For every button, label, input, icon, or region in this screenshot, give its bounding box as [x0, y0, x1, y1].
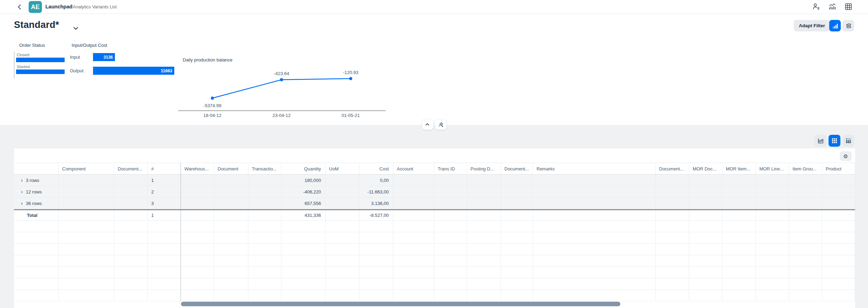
table-row[interactable]: ›3 rows1180,0000,00 [14, 175, 855, 186]
column-header[interactable]: MOR Item... [722, 163, 756, 175]
column-header[interactable]: Cost [359, 163, 393, 175]
order-status-bar[interactable] [16, 69, 65, 74]
table-settings-gear-icon[interactable]: ⚙ [840, 151, 852, 161]
expand-chevron-icon[interactable]: › [21, 200, 23, 206]
unpin-header-button[interactable] [435, 119, 447, 130]
table-cell [689, 232, 722, 244]
table-cell: 1 [148, 175, 181, 186]
column-header[interactable]: Posting D... [467, 163, 501, 175]
column-header[interactable]: # [148, 163, 181, 175]
table-cell [114, 175, 148, 186]
column-header[interactable]: Product [822, 163, 855, 175]
io-cost-category-label: Input [70, 54, 93, 60]
adapt-filter-button[interactable]: Adapt Filter [794, 20, 830, 31]
expand-chevron-icon[interactable]: › [21, 177, 23, 183]
table-cell [393, 244, 434, 255]
table-cell [467, 232, 501, 244]
table-cell [822, 221, 855, 232]
table-cell [467, 255, 501, 267]
table-cell [501, 290, 533, 301]
x-axis-tick-label: 23-04-12 [272, 113, 291, 118]
table-cell [789, 186, 822, 198]
collapse-header-button[interactable] [422, 119, 433, 130]
table-cell: 3 [148, 198, 181, 209]
table-cell [467, 278, 501, 290]
table-cell [282, 221, 326, 232]
order-status-bar[interactable] [16, 58, 65, 62]
column-header[interactable]: Item Grou... [789, 163, 822, 175]
table-cell [248, 186, 282, 198]
column-header[interactable]: MOR Doc... [689, 163, 722, 175]
table-view-button[interactable] [829, 135, 840, 147]
table-cell [756, 198, 789, 209]
column-header[interactable]: Component [59, 163, 114, 175]
filter-bar-toggle-button[interactable] [843, 20, 854, 31]
table-cell [282, 267, 326, 278]
column-header[interactable]: Warehous... [181, 163, 214, 175]
column-header[interactable]: Account [393, 163, 434, 175]
table-cell [822, 244, 855, 255]
table-cell [789, 210, 822, 221]
table-cell [434, 186, 467, 198]
table-cell [326, 210, 359, 221]
column-header[interactable]: Transactio... [248, 163, 282, 175]
table-cell [114, 267, 148, 278]
table-row[interactable]: ›36 rows3657,5563.136,00 [14, 198, 855, 209]
data-point[interactable] [280, 78, 283, 81]
io-cost-bar[interactable]: 3136 [93, 53, 115, 61]
table-toolbar: ⚙ [14, 148, 855, 163]
table-row[interactable]: ›12 rows2-406,220-11.663,00 [14, 186, 855, 198]
bar-chart-icon [832, 23, 838, 29]
table-cell [656, 186, 689, 198]
variant-chevron-down-icon[interactable] [73, 25, 78, 31]
table-cell [181, 198, 214, 209]
column-header[interactable]: Document [214, 163, 248, 175]
column-header[interactable]: Trans ID [434, 163, 467, 175]
table-cell [393, 278, 434, 290]
table-total-row: Total1431,336-8.527,00 [14, 209, 855, 221]
data-point[interactable] [211, 97, 214, 100]
chart-table-view-button[interactable] [843, 135, 854, 147]
column-header[interactable]: Document... [114, 163, 148, 175]
horizontal-scrollbar[interactable] [181, 302, 620, 306]
table-cell [467, 290, 501, 301]
io-cost-bar[interactable]: 11663 [93, 67, 174, 75]
table-empty-row [14, 278, 855, 290]
table-cell [789, 232, 822, 244]
table-cell [359, 278, 393, 290]
table-cell: -8.527,00 [359, 210, 393, 221]
column-header[interactable]: Quantity [282, 163, 326, 175]
table-cell [822, 255, 855, 267]
analytics-icon[interactable] [829, 3, 836, 10]
table-cell [181, 221, 214, 232]
expand-chevron-icon[interactable]: › [21, 189, 23, 194]
column-header[interactable]: Document... [501, 163, 533, 175]
group-row-label: 12 rows [26, 189, 42, 195]
io-cost-value-label: 11663 [161, 68, 174, 73]
data-point[interactable] [349, 77, 352, 80]
table-cell [393, 210, 434, 221]
table-cell [214, 175, 248, 186]
chart-title: Input/Output Cost [72, 43, 182, 48]
variant-title[interactable]: Standard* [14, 20, 59, 30]
grid-icon[interactable] [845, 3, 852, 10]
table-cell [248, 255, 282, 267]
column-header[interactable]: UoM [326, 163, 359, 175]
table-cell [148, 221, 181, 232]
app-title: Launchpad [45, 4, 72, 9]
column-header[interactable]: Document... [656, 163, 689, 175]
user-settings-icon[interactable] [812, 3, 820, 10]
column-header[interactable]: MOR Line... [756, 163, 789, 175]
chart-view-button[interactable] [815, 135, 826, 147]
table-cell [181, 232, 214, 244]
table-cell [689, 255, 722, 267]
table-cell [789, 267, 822, 278]
table-cell [114, 221, 148, 232]
column-header[interactable]: Remarks [533, 163, 656, 175]
chart-table-view-icon [845, 138, 852, 144]
chart-filter-button[interactable] [829, 20, 841, 31]
table-cell [533, 278, 656, 290]
column-header[interactable] [14, 163, 59, 175]
back-icon[interactable] [16, 3, 23, 10]
table-cell [789, 278, 822, 290]
